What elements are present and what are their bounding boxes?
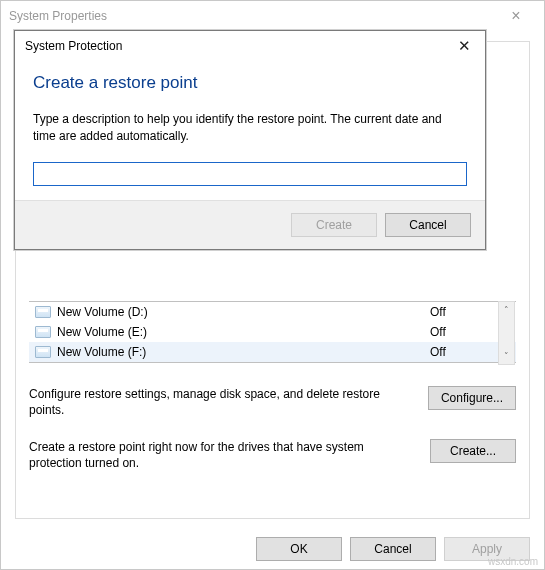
modal-title: System Protection [25, 39, 454, 53]
drive-name: New Volume (E:) [57, 325, 430, 339]
drive-row[interactable]: New Volume (E:) Off [29, 322, 516, 342]
drive-name: New Volume (F:) [57, 345, 430, 359]
drive-list[interactable]: New Volume (D:) Off New Volume (E:) Off … [29, 301, 516, 363]
modal-create-button: Create [291, 213, 377, 237]
modal-body: Create a restore point Type a descriptio… [15, 61, 485, 200]
modal-heading: Create a restore point [33, 73, 467, 93]
modal-cancel-button[interactable]: Cancel [385, 213, 471, 237]
create-section: Create a restore point right now for the… [29, 439, 516, 471]
modal-description: Type a description to help you identify … [33, 111, 467, 146]
configure-button[interactable]: Configure... [428, 386, 516, 410]
scroll-up-icon[interactable]: ˄ [499, 302, 514, 318]
restore-point-description-input[interactable] [33, 162, 467, 186]
create-button[interactable]: Create... [430, 439, 516, 463]
ok-button[interactable]: OK [256, 537, 342, 561]
drive-icon [35, 326, 51, 338]
drive-name: New Volume (D:) [57, 305, 430, 319]
watermark: wsxdn.com [488, 556, 538, 567]
configure-section: Configure restore settings, manage disk … [29, 386, 516, 418]
system-protection-dialog: System Protection ✕ Create a restore poi… [14, 30, 486, 250]
drive-icon [35, 346, 51, 358]
close-icon[interactable]: ✕ [454, 37, 475, 55]
modal-titlebar: System Protection ✕ [15, 31, 485, 61]
scroll-down-icon[interactable]: ˅ [499, 348, 514, 364]
parent-title: System Properties [9, 9, 496, 23]
parent-close-button[interactable]: × [496, 7, 536, 25]
cancel-button[interactable]: Cancel [350, 537, 436, 561]
drive-row[interactable]: New Volume (F:) Off [29, 342, 516, 362]
create-text: Create a restore point right now for the… [29, 439, 396, 471]
modal-footer: Create Cancel [15, 200, 485, 249]
drive-icon [35, 306, 51, 318]
drive-row[interactable]: New Volume (D:) Off [29, 302, 516, 322]
configure-text: Configure restore settings, manage disk … [29, 386, 396, 418]
parent-titlebar: System Properties × [1, 1, 544, 31]
drive-list-scrollbar[interactable]: ˄ ˅ [498, 301, 515, 365]
